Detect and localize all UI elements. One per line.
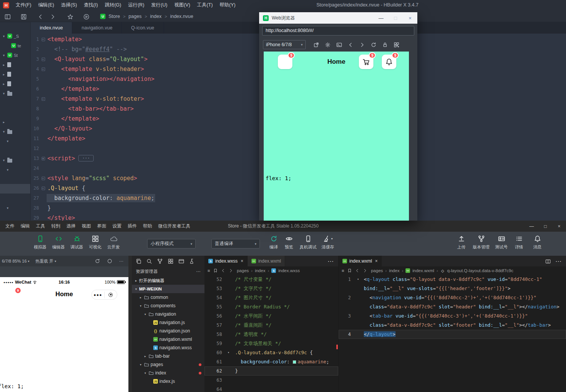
devtools-titlebar[interactable]: 文件编辑工具转到选择视图界面设置插件帮助微信开发者工具 Store - 微信开发… [0,221,566,232]
editor-tab[interactable]: Q-icon.vue [122,22,164,34]
qrcode-button[interactable] [394,41,399,48]
tree-item[interactable] [0,174,30,184]
more-icon[interactable]: ⋯ [328,258,334,265]
menu-item[interactable]: 编辑 [18,223,33,229]
code-line[interactable]: 55/* Border Radius */ [204,302,338,311]
menu-item[interactable]: 文件(F) [12,0,35,10]
tree-chevron[interactable]: ▾ [143,313,147,316]
tree-item[interactable]: JSindex.js [132,377,204,386]
arrow-left-button[interactable] [37,13,44,20]
device-info[interactable]: 6/7/8 85% 16 [2,259,27,263]
menu-item[interactable]: 视图(V) [171,0,194,10]
code-line[interactable]: 3 <tab-bar vue-id="{{('8dd740cc-3')+','+… [339,311,566,321]
editor-tab[interactable]: Sindex.wxss× [204,256,248,266]
toolbar-button-调试器[interactable]: 调试器 [68,235,86,250]
star-button[interactable] [67,13,73,20]
wxml-code-editor[interactable]: 1 ▾<q-layout class="Q-layout data-v-8ddf… [339,275,566,392]
menu-item[interactable]: 查找(I) [80,0,101,10]
maximize-button[interactable]: □ [538,221,552,232]
tree-item[interactable] [0,98,30,108]
close-button[interactable]: × [552,221,566,232]
tree-item[interactable]: ▸common [132,293,204,302]
code-line[interactable]: class="data-v-8ddf7c9c" slot="footer" bi… [339,321,566,330]
toolbar-button-预览[interactable]: 预览 [280,235,298,250]
tree-item[interactable]: ▾ [0,136,30,146]
browser-titlebar[interactable]: H Web浏览器 — □ × [259,12,417,24]
code-line[interactable]: 59/* 文章场景相关 */ [204,339,338,348]
fold-icon[interactable]: + [42,157,45,160]
gear-button[interactable] [325,41,331,48]
menu-item[interactable]: 视图 [79,223,94,229]
fold-column[interactable]: − [41,94,46,104]
tree-chevron[interactable]: ▾ [139,363,143,366]
fold-column[interactable]: − [41,64,46,74]
toolbar-button-模拟器[interactable]: 模拟器 [31,235,49,250]
tree-item[interactable]: ▾pages [132,360,204,369]
code-line[interactable]: 58/* 透明度 */ [204,330,338,339]
external-button[interactable] [313,41,319,48]
tree-chevron[interactable]: ▸ [2,63,6,67]
cart-button[interactable]: 9 [359,55,373,69]
tree-item[interactable] [0,146,30,155]
record-button[interactable] [107,258,112,264]
hot-reload-toggle[interactable]: 热重载 开 [36,258,54,264]
code-line[interactable]: bind:__l="__l" vue-slots="{{['header','f… [339,284,566,293]
git-fork-button[interactable] [157,258,163,265]
menu-item[interactable]: 工具(T) [194,0,216,10]
breadcrumb-item[interactable]: index.wxml [412,268,434,273]
code-line[interactable]: 56/* 水平间距 */ [204,311,338,321]
toolbar-button-详情[interactable]: 详情 [510,235,528,250]
tree-item[interactable]: ▸ [0,69,30,79]
tree-chevron[interactable]: ▾ [143,371,147,375]
menu-item[interactable]: 跳转(G) [101,0,125,10]
tree-chevron[interactable]: ▸ [2,73,6,76]
tree-item[interactable]: ▾ [0,155,30,165]
toolbar-button-清缓存[interactable]: ▾清缓存 [317,235,339,250]
tree-item[interactable]: ▸ [0,117,30,127]
fold-icon[interactable]: − [42,97,45,101]
toolbar-button-编辑器[interactable]: 编辑器 [50,235,67,250]
code-line[interactable]: 54/* 图片尺寸 */ [204,293,338,302]
arrow-right-button[interactable] [359,41,365,48]
breadcrumb-item[interactable]: q-layout.Q-layout.data-v-8ddf7c9c [447,268,513,273]
tree-item[interactable]: ▾index [132,369,204,377]
fold-icon[interactable]: − [42,58,45,61]
tree-chevron[interactable]: ▾ [2,92,6,95]
breadcrumb-item[interactable]: index.nvue [170,14,193,19]
toolbar-button-测试号[interactable]: 测试号 [492,235,511,250]
fold-column[interactable]: − [41,183,46,193]
open-editors-row[interactable]: ▸ 打开的编辑器 [132,276,204,285]
tree-chevron[interactable]: ▾ [6,139,10,143]
tree-item[interactable]: <>navigation.wxml [132,335,204,344]
tree-chevron[interactable]: ▾ [6,168,10,172]
code-line[interactable]: 61 background-color: aquamarine; [204,357,338,366]
toolbar-button-消息[interactable]: 消息 [528,235,547,250]
panes-button[interactable] [5,13,11,20]
fold-column[interactable]: − [41,173,46,183]
tree-chevron[interactable]: ▾ [139,304,143,308]
fold-icon[interactable]: − [42,38,45,41]
code-line[interactable]: 57/* 垂直间距 */ [204,321,338,330]
menu-item[interactable]: 帮助 [140,223,155,229]
workspace-root-row[interactable]: ▾ MP-WEIXIN [132,285,204,293]
console-button[interactable] [336,41,342,48]
minimize-button[interactable]: — [374,12,388,24]
breadcrumb-item[interactable]: index [389,268,400,273]
menu-item[interactable]: 编辑(E) [35,0,58,10]
split-button[interactable] [545,258,551,265]
editor-tab[interactable]: index.nvue [31,22,72,34]
flask-button[interactable] [189,258,195,265]
save-button[interactable] [21,13,27,20]
url-input[interactable] [262,26,414,35]
code-line[interactable]: 53/* 文字尺寸 */ [204,284,338,293]
lock-button[interactable] [382,41,388,48]
outline-icon[interactable]: ≡ [342,268,344,273]
toolbar-button-版本管理[interactable]: 版本管理 [469,235,493,250]
close-button[interactable]: × [403,12,417,24]
editor-tab[interactable]: <>index.wxml× [339,256,382,266]
breadcrumb-item[interactable]: pages [237,268,249,273]
maximize-button[interactable]: □ [388,12,403,24]
tree-item[interactable] [0,108,30,117]
tree-item[interactable]: ▸tab-bar [132,352,204,360]
menu-item[interactable]: 发行(U) [148,0,171,10]
